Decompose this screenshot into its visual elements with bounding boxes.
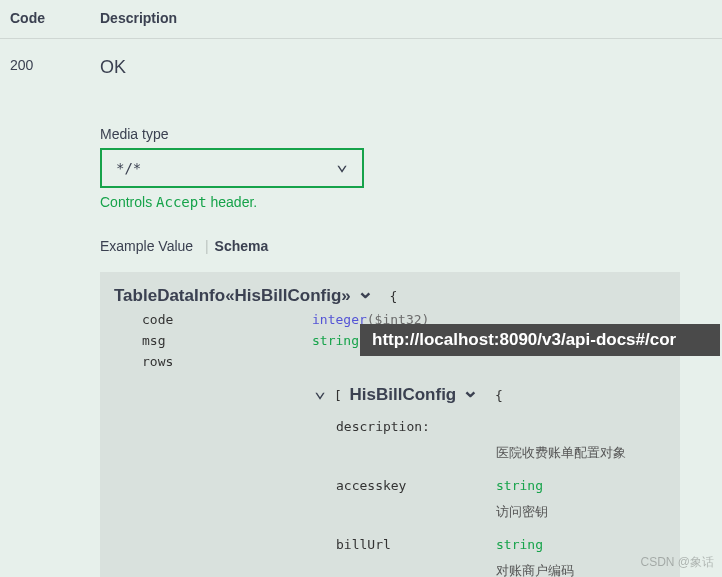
url-tooltip: http://localhost:8090/v3/api-docs#/cor <box>360 324 720 356</box>
media-type-value: */* <box>116 160 141 176</box>
tab-example-value[interactable]: Example Value <box>100 238 199 258</box>
schema-nested-name[interactable]: HisBillConfig <box>350 385 457 405</box>
tab-schema[interactable]: Schema <box>215 238 275 258</box>
schema-prop-name: msg <box>142 333 312 348</box>
schema-description-key: description: <box>336 419 496 434</box>
tab-divider: | <box>203 238 211 254</box>
chevron-down-icon[interactable] <box>314 388 326 403</box>
chevron-down-icon[interactable] <box>357 286 374 306</box>
media-type-select[interactable]: */* <box>100 148 364 188</box>
controls-accept-hint: Controls Accept header. <box>100 194 722 210</box>
chevron-down-icon <box>336 160 348 176</box>
schema-prop-name: code <box>142 312 312 327</box>
chevron-down-icon[interactable] <box>462 385 479 405</box>
response-status: OK <box>100 57 722 78</box>
brace-open: { <box>382 289 398 304</box>
schema-prop-name: rows <box>142 354 312 369</box>
schema-field-name: billUrl <box>336 537 496 552</box>
brace-open: { <box>487 388 503 403</box>
schema-field-name: accesskey <box>336 478 496 493</box>
media-type-label: Media type <box>100 126 722 142</box>
bracket-open: [ <box>334 388 342 403</box>
schema-description-value: 医院收费账单配置对象 <box>496 444 666 462</box>
column-header-code: Code <box>10 10 100 26</box>
response-code: 200 <box>10 57 100 577</box>
column-header-description: Description <box>100 10 722 26</box>
schema-panel: TableDataInfo«HisBillConfig» { code inte… <box>100 272 680 577</box>
watermark: CSDN @象话 <box>640 554 714 571</box>
schema-root-name[interactable]: TableDataInfo«HisBillConfig» <box>114 286 351 306</box>
schema-field-desc: 访问密钥 <box>496 503 666 521</box>
